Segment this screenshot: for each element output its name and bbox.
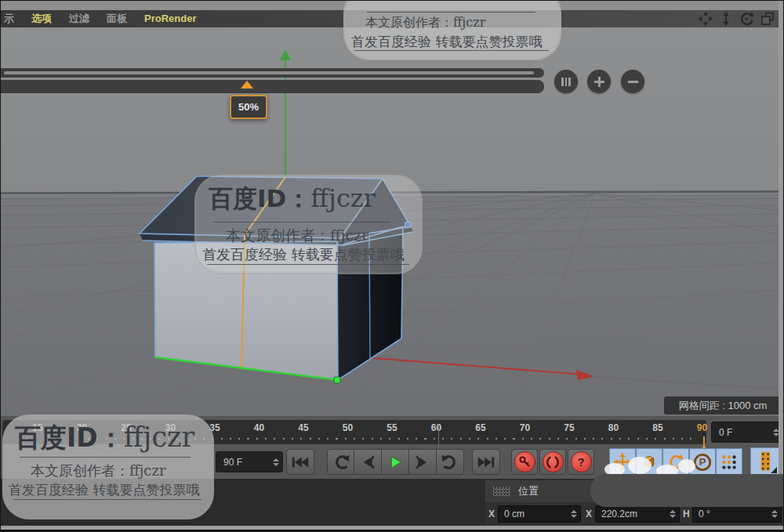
goto-start-button[interactable] (286, 449, 314, 475)
powerslider-track[interactable] (1, 80, 544, 93)
coord-label-x: X (488, 508, 495, 519)
selected-vertex[interactable] (334, 377, 340, 383)
menu-item-display-partial[interactable]: 示 (1, 10, 23, 27)
watermark-center: 百度ID：ffjczr 本文原创作者：ffjczr 首发百度经验 转载要点赞投票… (194, 175, 423, 274)
menu-item-prorender[interactable]: ProRender (136, 10, 205, 27)
coord-label-h: H (683, 508, 690, 519)
question-icon: ? (577, 456, 584, 468)
next-key-button[interactable] (437, 449, 464, 475)
minus-icon (628, 81, 638, 83)
next-frame-icon (410, 452, 435, 472)
watermark-blob (678, 459, 695, 473)
next-frame-button[interactable] (409, 449, 437, 475)
prev-key-button[interactable] (327, 449, 354, 475)
rotate-icon[interactable] (739, 11, 754, 27)
prev-frame-button[interactable] (354, 449, 382, 475)
ruler-tick: 65 (469, 422, 492, 433)
coord-x2-field[interactable]: 220.2cm (595, 505, 680, 523)
grid-spacing-label: 网格间距 : 1000 cm (664, 396, 782, 414)
coord-x-field[interactable]: 0 cm (498, 505, 581, 523)
current-frame-field[interactable]: 90 F (216, 451, 283, 472)
ruler-tick: 45 (292, 422, 315, 433)
points-grid-icon (718, 451, 740, 473)
pan-icon[interactable] (698, 11, 713, 27)
ruler-tick: 50 (336, 422, 360, 433)
key-icon (516, 454, 533, 471)
spinner[interactable] (771, 510, 778, 518)
record-keyframe-button[interactable] (511, 449, 538, 475)
ruler-tick: 60 (425, 422, 448, 433)
viewport-nav-icons (698, 10, 775, 27)
ruler-tick: 75 (557, 422, 581, 433)
autokey-icon (544, 454, 561, 471)
ruler-tick: 80 (602, 422, 626, 433)
prev-key-icon (328, 452, 354, 472)
scrollbar-handle[interactable] (4, 71, 534, 74)
coord-h-field[interactable]: 0 ° (692, 505, 782, 523)
slider-tooltip: 50% (230, 95, 267, 119)
spinner[interactable] (670, 510, 676, 518)
bars-button[interactable] (554, 70, 578, 93)
spinner[interactable] (571, 510, 577, 518)
render-preview-button[interactable] (750, 447, 780, 476)
next-key-icon (437, 452, 463, 472)
goto-end-button[interactable] (472, 449, 500, 475)
goto-end-icon (474, 452, 499, 472)
zoom-in-button[interactable] (587, 70, 611, 93)
ruler-tick: 55 (380, 422, 404, 433)
powerslider-marker[interactable] (241, 81, 253, 89)
record-pla-toggle[interactable] (716, 448, 742, 476)
maximize-icon[interactable] (760, 11, 775, 27)
panel-grip-icon[interactable] (493, 487, 510, 496)
panel-title: 位置 (518, 484, 539, 498)
watermark-top: 百度ID：ffjczr 本文原创作者：ffjczr 首发百度经验 转载要点赞投票… (343, 0, 561, 60)
watermark-blob (628, 457, 652, 474)
zoom-icon[interactable] (719, 11, 733, 27)
timeline-scrollbar[interactable] (1, 68, 544, 78)
goto-start-icon (288, 452, 313, 472)
window-right-edge (779, 1, 783, 474)
film-strip-icon (753, 450, 777, 473)
watermark-bottom: 百度ID：ffjczr 本文原创作者：ffjczr 首发百度经验 转载要点赞投票… (2, 414, 214, 519)
ruler-tick: 70 (514, 422, 537, 433)
ruler-tick: 85 (646, 422, 670, 433)
zoom-out-button[interactable] (621, 70, 644, 93)
spinner[interactable] (273, 458, 279, 466)
menu-item-filter[interactable]: 过滤 (60, 10, 98, 27)
parameter-icon: P (699, 456, 706, 468)
menu-item-panel[interactable]: 面板 (98, 10, 136, 27)
play-button[interactable] (382, 449, 409, 475)
coord-label-x2: X (586, 508, 592, 519)
bars-icon (561, 78, 571, 86)
ruler-tick-current: 90 (691, 422, 714, 433)
watermark-scribble (590, 474, 784, 507)
cinema4d-window: 示 选项 过滤 面板 ProRender (0, 0, 784, 532)
end-frame-field[interactable]: 0 F (711, 422, 783, 443)
menu-item-options[interactable]: 选项 (23, 10, 60, 27)
ruler-tick: 40 (248, 422, 271, 433)
play-icon (383, 452, 408, 472)
autokey-button[interactable] (539, 449, 566, 475)
keying-help-button[interactable]: ? (568, 449, 594, 475)
prev-frame-icon (355, 452, 380, 472)
